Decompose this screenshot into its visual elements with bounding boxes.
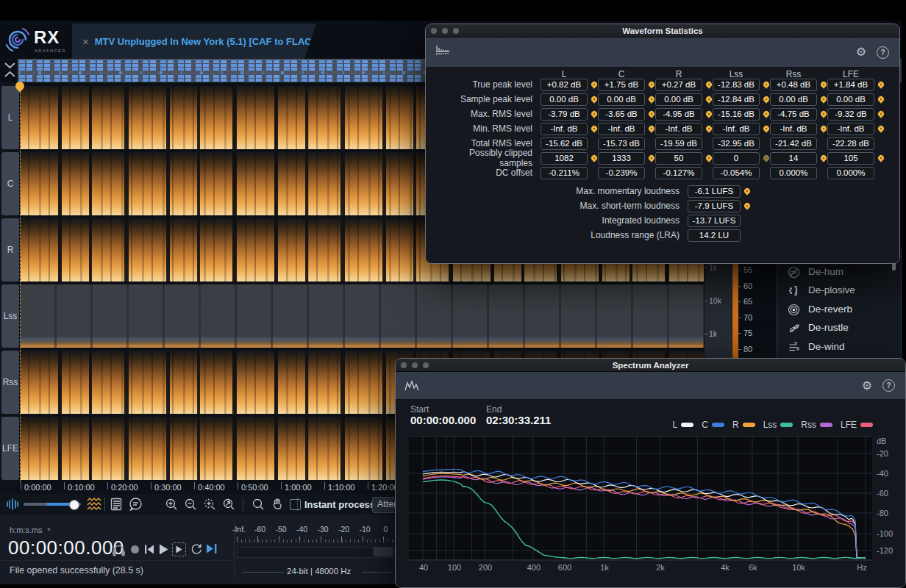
stats-row-label: Total RMS level <box>435 138 539 148</box>
stat-value: -Inf. dB <box>827 123 874 135</box>
stats-titlebar[interactable]: Waveform Statistics <box>426 24 899 37</box>
stat-value: 105 <box>827 152 874 165</box>
meter-scale-label: -Inf. <box>229 525 249 534</box>
loudness-value: -7.9 LUFS <box>688 200 741 212</box>
hand-tool-icon[interactable] <box>271 497 285 511</box>
location-pin-icon[interactable] <box>877 110 885 118</box>
legend-scale-label: 70 <box>743 313 752 322</box>
collapse-overview-icon[interactable] <box>4 61 16 79</box>
time-format-caret-icon[interactable]: ▼ <box>46 527 51 532</box>
tool-item-de-wind[interactable]: De-wind <box>777 339 901 357</box>
meter-scale-label: -30 <box>313 525 333 534</box>
tab-title[interactable]: MTV Unplugged In New York (5.1) [CAF to … <box>95 36 334 47</box>
channel-tab-L[interactable]: L <box>1 86 19 149</box>
tool-item-de-rustle[interactable]: De-rustle <box>777 320 901 338</box>
db-axis-label: -120 <box>877 546 893 555</box>
location-pin-icon[interactable] <box>877 154 885 162</box>
spectrogram-strip-Lss[interactable] <box>21 284 704 348</box>
legend-scale-label: 65 <box>743 297 752 306</box>
legend-item-R[interactable]: R <box>732 420 755 430</box>
stats-settings-gear-icon[interactable]: ⚙ <box>856 46 866 58</box>
record-button[interactable] <box>131 545 139 553</box>
loop-playback-button[interactable] <box>190 543 202 555</box>
spectrum-analyzer-icon <box>404 379 419 392</box>
tool-item-de-hum[interactable]: De-hum <box>777 264 901 282</box>
timeline-label: 0:00:00 <box>24 483 51 492</box>
freq-axis-label: Hz <box>852 563 871 572</box>
time-format-selector[interactable]: h:m:s.ms <box>10 526 43 534</box>
legend-item-C[interactable]: C <box>702 420 724 430</box>
loudness-value: -6.1 LUFS <box>688 185 741 198</box>
loudness-row-label: Max. momentary loudness <box>435 186 686 196</box>
instant-process-checkbox[interactable] <box>290 499 301 510</box>
location-pin-icon[interactable] <box>743 187 751 195</box>
stats-help-icon[interactable]: ? <box>877 46 889 59</box>
zoom-selection-icon[interactable] <box>203 498 215 510</box>
spectrum-settings-gear-icon[interactable]: ⚙ <box>862 380 872 392</box>
play-selection-button[interactable] <box>172 542 186 556</box>
legend-item-LFE[interactable]: LFE <box>841 420 873 430</box>
rx-spiral-logo-icon <box>4 26 31 54</box>
timeline-tick <box>21 482 21 490</box>
blend-slider-knob[interactable] <box>69 500 79 510</box>
tool-item-de-plosive[interactable]: De-plosive <box>777 282 901 301</box>
zoom-in-icon[interactable] <box>165 498 177 510</box>
location-pin-icon[interactable] <box>877 95 885 103</box>
spectrum-plot-background[interactable] <box>409 436 872 561</box>
stat-value: 0.00 dB <box>598 93 645 106</box>
channel-tab-label-Rss: Rss <box>3 377 18 387</box>
stat-value: -9.32 dB <box>827 108 874 121</box>
tool-item-de-reverb[interactable]: De-reverb <box>777 301 901 320</box>
legend-item-Lss[interactable]: Lss <box>763 420 793 430</box>
channel-tab-LFE[interactable]: LFE <box>1 417 19 480</box>
location-pin-icon[interactable] <box>877 80 885 88</box>
channel-tab-C[interactable]: C <box>1 152 19 215</box>
loudness-row-label: Max. short-term loudness <box>435 201 686 211</box>
timeline-label: 1:10:00 <box>328 483 355 492</box>
channel-tab-R[interactable]: R <box>1 218 19 282</box>
playhead-line <box>20 85 21 481</box>
db-axis-label: -60 <box>877 489 888 498</box>
meter-scale-label: -50 <box>271 525 291 534</box>
comment-icon[interactable] <box>129 498 143 511</box>
tab-close-icon[interactable]: × <box>82 35 89 48</box>
timeline-label: 1:00:00 <box>285 483 312 492</box>
legend-label: Lss <box>763 420 777 430</box>
channel-tab-Rss[interactable]: Rss <box>1 351 19 414</box>
freq-axis-label: 400 <box>524 563 543 572</box>
legend-item-L[interactable]: L <box>673 420 694 430</box>
skip-to-start-button[interactable] <box>144 545 154 554</box>
stat-value: -15.73 dB <box>598 137 645 150</box>
magnify-tool-icon[interactable] <box>252 498 264 510</box>
blend-slider[interactable] <box>24 503 81 506</box>
instant-process-label[interactable]: Instant process <box>304 499 375 510</box>
spectrum-titlebar[interactable]: Spectrum Analyzer <box>396 359 905 372</box>
stat-value: -Inf. dB <box>541 123 588 135</box>
location-pin-icon[interactable] <box>877 124 885 132</box>
play-to-end-button[interactable] <box>206 543 218 554</box>
timeline-tick <box>281 482 282 490</box>
location-pin-icon[interactable] <box>743 201 751 209</box>
play-button[interactable] <box>159 544 168 555</box>
legend-item-Rss[interactable]: Rss <box>801 420 832 430</box>
document-icon[interactable] <box>110 498 122 511</box>
tool-item-label: De-rustle <box>808 322 849 333</box>
channel-tab-label-L: L <box>8 112 13 123</box>
spectrum-help-icon[interactable]: ? <box>882 379 895 392</box>
stat-value: -Inf. dB <box>770 123 817 135</box>
stat-value: -Inf. dB <box>598 123 645 135</box>
channel-tab-Lss[interactable]: Lss <box>1 284 19 348</box>
zoom-reset-icon[interactable] <box>222 498 235 510</box>
freq-tick <box>705 334 707 334</box>
meter-scale-label: -10 <box>354 525 375 534</box>
file-tab[interactable]: × MTV Unplugged In New York (5.1) [CAF t… <box>72 24 316 59</box>
spectrum-analyzer-window: Spectrum Analyzer ⚙ ? Start 00:00:00.000… <box>395 358 906 588</box>
db-axis-label: -40 <box>877 469 888 478</box>
monitor-headphones-icon[interactable] <box>112 544 126 556</box>
zoom-out-icon[interactable] <box>184 498 196 510</box>
meter-scale-label: -20 <box>334 525 354 534</box>
loudness-row: Max. momentary loudness-6.1 LUFS <box>435 184 750 198</box>
legend-color-pill <box>780 423 793 427</box>
timeline-tick <box>151 482 151 490</box>
playhead-time-display: 00:00:00.000 <box>8 537 124 559</box>
